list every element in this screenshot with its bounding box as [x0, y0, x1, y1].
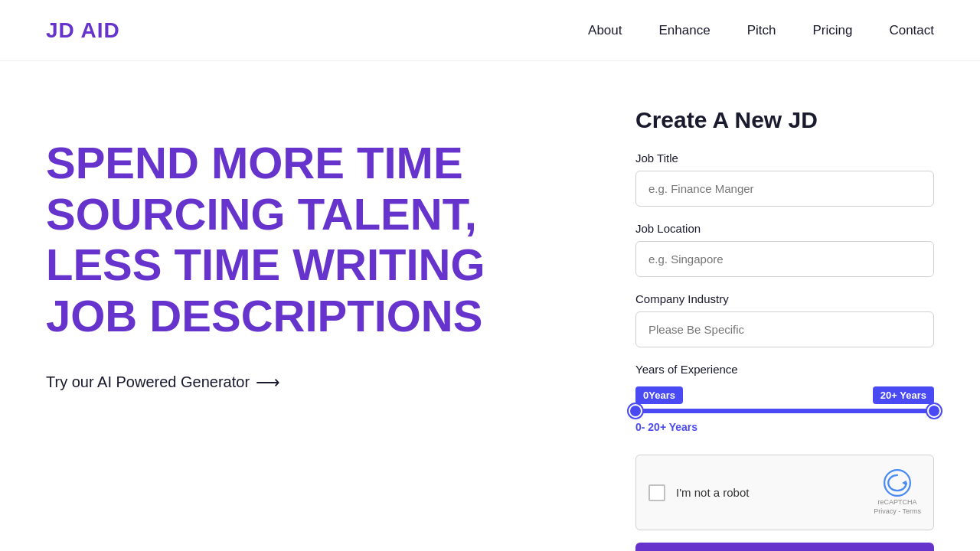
- job-location-input[interactable]: [635, 241, 934, 277]
- logo[interactable]: JD AID: [46, 18, 120, 43]
- svg-marker-1: [902, 481, 906, 486]
- generate-button[interactable]: Generate: [635, 543, 934, 551]
- recaptcha-box[interactable]: I'm not a robot reCAPTCHA Privacy - Term…: [635, 455, 934, 530]
- form-title: Create A New JD: [635, 107, 934, 133]
- recaptcha-label: I'm not a robot: [676, 486, 749, 499]
- slider-range-text: 0- 20+ Years: [635, 421, 934, 433]
- company-industry-label: Company Industry: [635, 292, 934, 305]
- range-thumb-left[interactable]: [629, 404, 642, 418]
- jd-form: Create A New JD Job Title Job Location C…: [635, 107, 934, 551]
- range-track[interactable]: [635, 409, 934, 413]
- job-title-label: Job Title: [635, 152, 934, 165]
- job-title-group: Job Title: [635, 152, 934, 207]
- nav-contact[interactable]: Contact: [889, 23, 934, 38]
- job-location-group: Job Location: [635, 222, 934, 277]
- years-exp-section: Years of Experience 0Years 20+ Years 0- …: [635, 363, 934, 433]
- main-content: SPEND MORE TIME SOURCING TALENT, LESS TI…: [0, 61, 980, 551]
- nav-pricing[interactable]: Pricing: [812, 23, 852, 38]
- range-thumb-right[interactable]: [927, 404, 941, 418]
- recaptcha-logo: reCAPTCHA Privacy - Terms: [874, 469, 921, 516]
- years-exp-label: Years of Experience: [635, 363, 934, 376]
- recaptcha-icon: [884, 469, 911, 497]
- recaptcha-checkbox[interactable]: [648, 484, 665, 501]
- slider-max-badge: 20+ Years: [873, 386, 934, 404]
- slider-badges: 0Years 20+ Years: [635, 386, 934, 404]
- main-nav: About Enhance Pitch Pricing Contact: [588, 23, 934, 38]
- job-title-input[interactable]: [635, 171, 934, 207]
- hero-subtitle-text: Try our AI Powered Generator: [46, 373, 250, 391]
- recaptcha-left: I'm not a robot: [648, 484, 749, 501]
- job-location-label: Job Location: [635, 222, 934, 235]
- hero-section: SPEND MORE TIME SOURCING TALENT, LESS TI…: [46, 107, 574, 393]
- nav-enhance[interactable]: Enhance: [659, 23, 710, 38]
- hero-subtitle: Try our AI Powered Generator ⟶: [46, 373, 574, 393]
- company-industry-group: Company Industry: [635, 292, 934, 347]
- header: JD AID About Enhance Pitch Pricing Conta…: [0, 0, 980, 61]
- slider-min-badge: 0Years: [635, 386, 683, 404]
- arrow-icon: ⟶: [256, 373, 280, 393]
- company-industry-input[interactable]: [635, 311, 934, 347]
- hero-title: SPEND MORE TIME SOURCING TALENT, LESS TI…: [46, 138, 574, 342]
- recaptcha-brand: reCAPTCHA Privacy - Terms: [874, 498, 921, 516]
- nav-about[interactable]: About: [588, 23, 622, 38]
- nav-pitch[interactable]: Pitch: [747, 23, 776, 38]
